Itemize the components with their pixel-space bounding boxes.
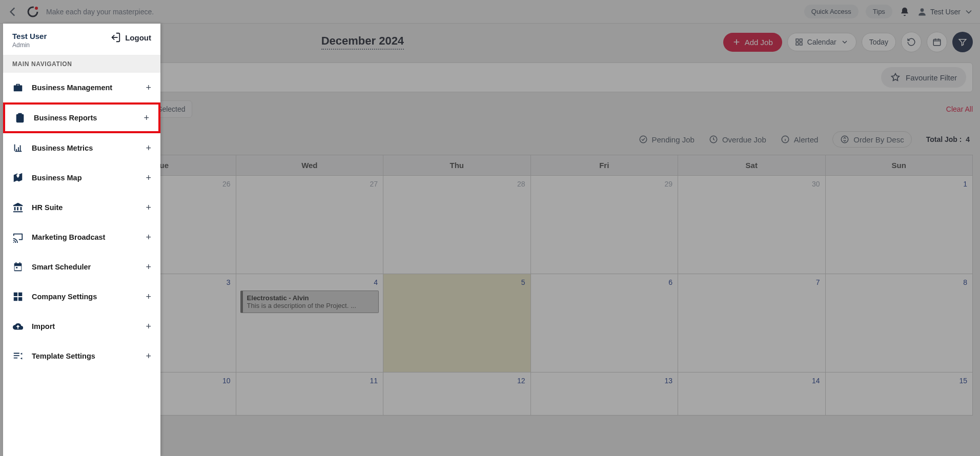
nav-item-label: Marketing Broadcast — [32, 233, 137, 241]
cloud-up-icon — [12, 321, 24, 332]
nav-item-label: Business Management — [32, 84, 137, 92]
expand-icon: + — [146, 262, 151, 273]
list-settings-icon — [12, 350, 24, 362]
expand-icon: + — [146, 321, 151, 332]
expand-icon: + — [146, 292, 151, 302]
nav-item-label: Template Settings — [32, 352, 137, 360]
nav-item-label: Company Settings — [32, 293, 137, 301]
expand-icon: + — [146, 232, 151, 243]
nav-section-label: MAIN NAVIGATION — [3, 55, 160, 73]
nav-item-label: Business Map — [32, 174, 137, 182]
nav-item-label: Business Metrics — [32, 144, 137, 152]
nav-item-label: Smart Scheduler — [32, 263, 137, 271]
expand-icon: + — [144, 113, 149, 123]
clipboard-icon — [14, 112, 26, 123]
nav-item-hr-suite[interactable]: HR Suite+ — [3, 193, 160, 222]
expand-icon: + — [146, 173, 151, 183]
logout-button[interactable]: Logout — [110, 32, 151, 43]
drawer-header: Test User Admin Logout — [3, 24, 160, 55]
nav-item-marketing-broadcast[interactable]: Marketing Broadcast+ — [3, 222, 160, 252]
logout-label: Logout — [125, 33, 151, 42]
briefcase-icon — [12, 82, 24, 93]
nav-item-import[interactable]: Import+ — [3, 312, 160, 341]
nav-item-smart-scheduler[interactable]: Smart Scheduler+ — [3, 252, 160, 282]
nav-item-template-settings[interactable]: Template Settings+ — [3, 341, 160, 371]
calendar-icon — [12, 261, 24, 273]
bank-icon — [12, 202, 24, 213]
expand-icon: + — [146, 202, 151, 213]
nav-item-label: Import — [32, 322, 137, 330]
nav-item-business-metrics[interactable]: Business Metrics+ — [3, 133, 160, 163]
nav-item-business-management[interactable]: Business Management+ — [3, 73, 160, 102]
expand-icon: + — [146, 351, 151, 362]
nav-item-company-settings[interactable]: Company Settings+ — [3, 282, 160, 312]
drawer-user: Test User Admin — [12, 32, 47, 49]
chart-icon — [12, 142, 24, 154]
grid-icon — [12, 291, 24, 302]
nav-list[interactable]: Business Management+Business Reports+Bus… — [3, 73, 160, 456]
expand-icon: + — [146, 82, 151, 93]
nav-drawer: Test User Admin Logout MAIN NAVIGATION B… — [3, 24, 160, 456]
map-pin-icon — [12, 172, 24, 183]
nav-item-label: Business Reports — [34, 114, 135, 122]
drawer-user-role: Admin — [12, 42, 47, 49]
cast-icon — [12, 232, 24, 243]
nav-item-business-reports[interactable]: Business Reports+ — [3, 102, 160, 133]
drawer-user-name: Test User — [12, 32, 47, 40]
logout-icon — [110, 32, 121, 43]
nav-item-business-map[interactable]: Business Map+ — [3, 163, 160, 193]
nav-item-label: HR Suite — [32, 203, 137, 212]
expand-icon: + — [146, 143, 151, 154]
